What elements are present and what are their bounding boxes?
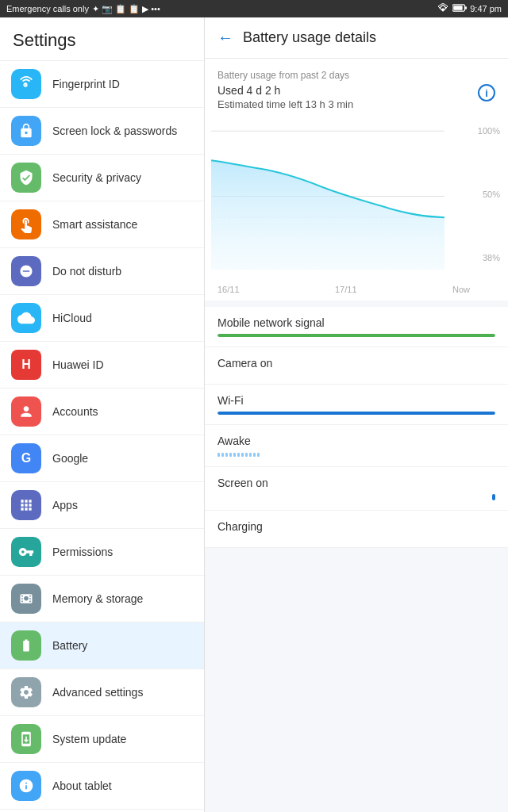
sidebar-item-memory[interactable]: Memory & storage bbox=[0, 576, 204, 622]
battery-summary: Battery usage from past 2 days Used 4 d … bbox=[205, 59, 508, 117]
usage-label-charging: Charging bbox=[217, 520, 495, 533]
wifi-icon bbox=[437, 3, 449, 14]
svg-rect-2 bbox=[453, 6, 462, 10]
chart-x-label-mid: 17/11 bbox=[335, 285, 357, 294]
svg-rect-1 bbox=[465, 6, 467, 9]
content-title: Battery usage details bbox=[243, 29, 376, 46]
battery-label: Battery bbox=[52, 638, 87, 653]
apps-label: Apps bbox=[52, 498, 78, 512]
abouttablet-label: About tablet bbox=[52, 779, 112, 793]
usage-row-charging: Charging bbox=[205, 511, 508, 548]
usage-dot bbox=[253, 453, 256, 457]
content-panel: ← Battery usage details Battery usage fr… bbox=[205, 17, 508, 812]
usage-row-awake: Awake bbox=[205, 425, 508, 467]
security-icon bbox=[11, 163, 41, 193]
info-button[interactable]: i bbox=[478, 84, 495, 102]
advanced-label: Advanced settings bbox=[52, 685, 143, 699]
sidebar-item-donotdisturb[interactable]: Do not disturb bbox=[0, 248, 204, 295]
accounts-label: Accounts bbox=[52, 404, 98, 419]
back-button[interactable]: ← bbox=[217, 29, 233, 47]
usage-dot bbox=[221, 453, 224, 457]
usage-dot bbox=[257, 453, 260, 457]
status-icons: ✦ 📷 📋 📋 ▶ ••• bbox=[92, 4, 160, 14]
battery-icon bbox=[11, 630, 41, 661]
usage-label-screenon: Screen on bbox=[217, 477, 495, 489]
usage-row-wifi: Wi-Fi bbox=[205, 385, 508, 425]
sidebar-item-abouttablet[interactable]: About tablet bbox=[0, 763, 204, 810]
abouttablet-icon bbox=[11, 771, 41, 801]
time-display: 9:47 pm bbox=[470, 4, 502, 13]
sidebar-item-fingerprint[interactable]: Fingerprint ID bbox=[0, 61, 204, 108]
sidebar-item-hicloud[interactable]: HiCloud bbox=[0, 295, 204, 342]
sidebar-item-advanced[interactable]: Advanced settings bbox=[0, 669, 204, 716]
usage-dot bbox=[225, 453, 228, 457]
usage-label-awake: Awake bbox=[217, 435, 495, 447]
sidebar: Settings Fingerprint IDScreen lock & pas… bbox=[0, 17, 205, 812]
sidebar-title: Settings bbox=[0, 17, 204, 61]
battery-icon bbox=[452, 3, 467, 14]
chart-label-38: 38% bbox=[483, 253, 500, 262]
donotdisturb-icon bbox=[11, 256, 41, 286]
usage-dot bbox=[241, 453, 244, 457]
usage-dot bbox=[237, 453, 240, 457]
sidebar-item-security[interactable]: Security & privacy bbox=[0, 155, 204, 201]
sidebar-items-container: Fingerprint IDScreen lock & passwordsSec… bbox=[0, 61, 204, 810]
usage-bar-track-wifi bbox=[217, 412, 495, 415]
usage-label-mobile: Mobile network signal bbox=[217, 316, 495, 329]
sidebar-item-accounts[interactable]: Accounts bbox=[0, 389, 204, 435]
chart-container: 100% 50% 38% bbox=[205, 117, 508, 301]
google-icon: G bbox=[11, 443, 41, 473]
sidebar-item-smart[interactable]: Smart assistance bbox=[0, 201, 204, 248]
usage-dot bbox=[217, 453, 220, 457]
usage-bar-track-mobile bbox=[217, 334, 495, 337]
screenlock-label: Screen lock & passwords bbox=[52, 124, 177, 138]
chart-x-label-end: Now bbox=[452, 285, 470, 294]
permissions-icon bbox=[11, 537, 41, 567]
usage-bar-fill-mobile bbox=[217, 334, 495, 337]
usage-dot bbox=[249, 453, 252, 457]
systemupdate-label: System update bbox=[52, 732, 126, 746]
battery-estimated: Estimated time left 13 h 3 min bbox=[217, 98, 353, 110]
sidebar-item-battery[interactable]: Battery bbox=[0, 622, 204, 669]
battery-used-row: Used 4 d 2 h Estimated time left 13 h 3 … bbox=[217, 84, 495, 110]
usage-dot-single-screenon bbox=[217, 494, 495, 500]
accounts-icon bbox=[11, 396, 41, 427]
huaweiid-label: Huawei ID bbox=[52, 358, 104, 372]
chart-x-labels: 16/11 17/11 Now bbox=[211, 282, 502, 301]
sidebar-item-apps[interactable]: Apps bbox=[0, 482, 204, 529]
memory-label: Memory & storage bbox=[52, 592, 143, 606]
sidebar-item-screenlock[interactable]: Screen lock & passwords bbox=[0, 108, 204, 155]
sidebar-item-google[interactable]: GGoogle bbox=[0, 435, 204, 482]
hicloud-label: HiCloud bbox=[52, 311, 92, 325]
chart-label-100: 100% bbox=[478, 126, 500, 136]
usage-bar-fill-wifi bbox=[217, 412, 495, 415]
usage-section: Mobile network signalCamera onWi-FiAwake… bbox=[205, 307, 508, 548]
huaweiid-icon: H bbox=[11, 350, 41, 380]
status-bar: Emergency calls only ✦ 📷 📋 📋 ▶ ••• 9:47 … bbox=[0, 0, 508, 17]
smart-icon bbox=[11, 209, 41, 239]
battery-used-left: Used 4 d 2 h Estimated time left 13 h 3 … bbox=[217, 84, 353, 110]
usage-row-mobile: Mobile network signal bbox=[205, 307, 508, 347]
systemupdate-icon bbox=[11, 724, 41, 754]
sidebar-item-huaweiid[interactable]: HHuawei ID bbox=[0, 342, 204, 389]
main-layout: Settings Fingerprint IDScreen lock & pas… bbox=[0, 17, 508, 812]
memory-icon bbox=[11, 584, 41, 614]
apps-icon bbox=[11, 490, 41, 520]
chart-x-label-start: 16/11 bbox=[217, 285, 240, 294]
chart-label-50: 50% bbox=[483, 190, 500, 199]
sidebar-item-systemupdate[interactable]: System update bbox=[0, 716, 204, 763]
emergency-calls-text: Emergency calls only bbox=[6, 4, 89, 13]
sidebar-item-permissions[interactable]: Permissions bbox=[0, 529, 204, 576]
usage-dot bbox=[233, 453, 236, 457]
permissions-label: Permissions bbox=[52, 545, 113, 559]
usage-row-camera: Camera on bbox=[205, 347, 508, 385]
donotdisturb-label: Do not disturb bbox=[52, 264, 121, 278]
advanced-icon bbox=[11, 677, 41, 707]
usage-dots-awake bbox=[217, 452, 495, 457]
usage-dot bbox=[245, 453, 248, 457]
content-header: ← Battery usage details bbox=[205, 17, 508, 59]
smart-label: Smart assistance bbox=[52, 217, 137, 232]
fingerprint-icon bbox=[11, 69, 41, 99]
battery-used-title: Used 4 d 2 h bbox=[217, 84, 353, 97]
status-right: 9:47 pm bbox=[437, 3, 502, 14]
